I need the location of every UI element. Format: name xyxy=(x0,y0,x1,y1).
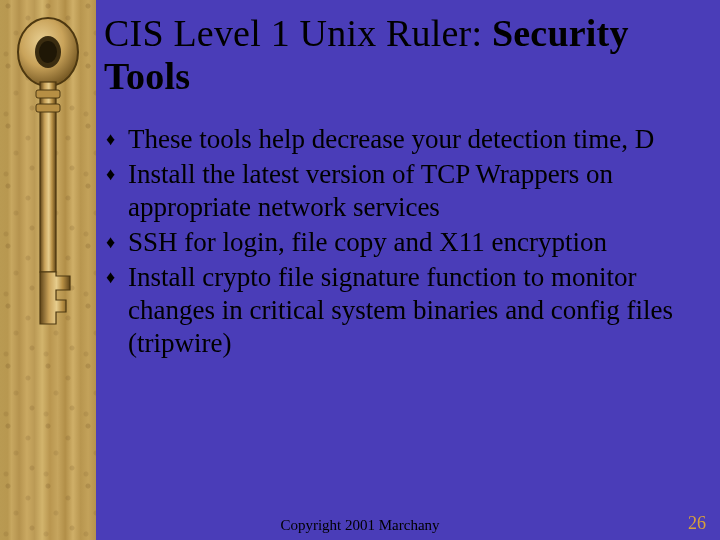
bullet-text: Install crypto file signature function t… xyxy=(128,261,702,360)
svg-point-2 xyxy=(39,41,57,63)
bullet-marker-icon: ♦ xyxy=(106,158,128,224)
key-icon xyxy=(14,12,82,332)
bullet-text: SSH for login, file copy and X11 encrypt… xyxy=(128,226,702,259)
list-item: ♦ These tools help decrease your detecti… xyxy=(104,123,702,156)
bullet-text: These tools help decrease your detection… xyxy=(128,123,702,156)
bullet-marker-icon: ♦ xyxy=(106,226,128,259)
bullet-marker-icon: ♦ xyxy=(106,123,128,156)
list-item: ♦ Install crypto file signature function… xyxy=(104,261,702,360)
bullet-list: ♦ These tools help decrease your detecti… xyxy=(104,123,702,360)
page-number: 26 xyxy=(688,513,706,534)
title-plain: CIS Level 1 Unix Ruler: xyxy=(104,12,492,54)
content-area: CIS Level 1 Unix Ruler: Security Tools ♦… xyxy=(104,12,702,500)
list-item: ♦ SSH for login, file copy and X11 encry… xyxy=(104,226,702,259)
footer-copyright: Copyright 2001 Marchany xyxy=(0,517,720,534)
slide: CIS Level 1 Unix Ruler: Security Tools ♦… xyxy=(0,0,720,540)
slide-title: CIS Level 1 Unix Ruler: Security Tools xyxy=(104,12,702,97)
sidebar-texture xyxy=(0,0,96,540)
list-item: ♦ Install the latest version of TCP Wrap… xyxy=(104,158,702,224)
svg-rect-4 xyxy=(36,90,60,98)
bullet-text: Install the latest version of TCP Wrappe… xyxy=(128,158,702,224)
svg-rect-5 xyxy=(36,104,60,112)
bullet-marker-icon: ♦ xyxy=(106,261,128,360)
